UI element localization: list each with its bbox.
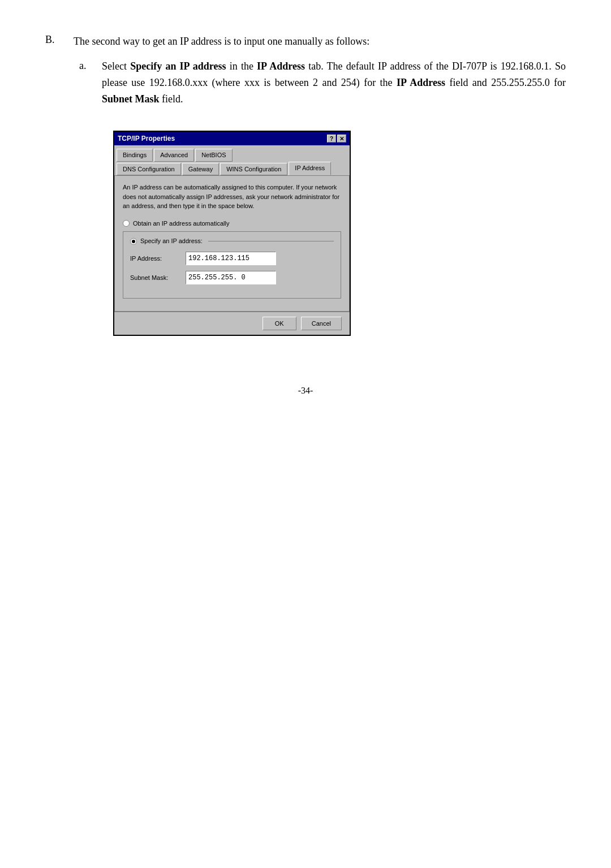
sub-list: a. Select Specify an IP address in the I…	[74, 58, 566, 352]
dialog-footer: OK Cancel	[114, 312, 350, 335]
tab-wins-configuration[interactable]: WINS Configuration	[220, 163, 287, 176]
radio-specify-text: Specify an IP address:	[140, 236, 203, 246]
sub-a-text-1: Select	[102, 61, 130, 72]
radio-auto-item[interactable]: Obtain an IP address automatically	[123, 219, 341, 228]
tabs-row1: Bindings Advanced NetBIOS	[114, 145, 350, 162]
dialog-body: An IP address can be automatically assig…	[114, 176, 350, 312]
dialog-title: TCP/IP Properties	[118, 133, 175, 144]
dialog-titlebar: TCP/IP Properties ? ✕	[114, 132, 350, 145]
item-b-text: The second way to get an IP address is t…	[74, 34, 566, 352]
page-number: -34-	[45, 386, 566, 396]
sub-a-text-4: field and 255.255.255.0 for	[445, 77, 566, 88]
radio-specify-circle	[130, 238, 137, 245]
sub-a-bold-3: IP Address	[397, 77, 445, 88]
tab-netbios[interactable]: NetBIOS	[195, 149, 232, 162]
tab-dns-configuration[interactable]: DNS Configuration	[117, 163, 181, 176]
sub-a-bold-2: IP Address	[257, 61, 305, 72]
subnet-mask-input[interactable]: 255.255.255. 0	[186, 271, 276, 284]
ip-address-label: IP Address:	[130, 254, 181, 264]
tab-ip-address[interactable]: IP Address	[289, 162, 331, 176]
dialog-description: An IP address can be automatically assig…	[123, 183, 341, 211]
item-b-content: The second way to get an IP address is t…	[74, 36, 369, 47]
titlebar-buttons: ? ✕	[327, 135, 346, 142]
sub-a-text: Select Specify an IP address in the IP A…	[102, 58, 566, 107]
subnet-mask-label: Subnet Mask:	[130, 273, 181, 283]
radio-auto-label: Obtain an IP address automatically	[133, 219, 229, 228]
sub-a-bold-1: Specify an IP address	[130, 61, 226, 72]
ok-button[interactable]: OK	[263, 317, 296, 331]
tcpip-dialog[interactable]: TCP/IP Properties ? ✕ Bindings Advanced …	[113, 131, 351, 336]
tabs-row2: DNS Configuration Gateway WINS Configura…	[114, 162, 350, 176]
ip-address-row: IP Address: 192.168.123.115	[130, 252, 334, 265]
cancel-button[interactable]: Cancel	[301, 317, 342, 331]
ip-address-input[interactable]: 192.168.123.115	[186, 252, 276, 265]
close-button[interactable]: ✕	[337, 135, 346, 142]
tab-gateway[interactable]: Gateway	[182, 163, 219, 176]
sub-a-text-2: in the	[226, 61, 257, 72]
sub-a-letter: a.	[79, 58, 93, 107]
help-button[interactable]: ?	[327, 135, 336, 142]
tab-advanced[interactable]: Advanced	[154, 149, 194, 162]
sub-item-a: a. Select Specify an IP address in the I…	[79, 58, 566, 107]
radio-group: Obtain an IP address automatically Speci…	[123, 219, 341, 299]
tab-bindings[interactable]: Bindings	[117, 149, 153, 162]
content-area: B. The second way to get an IP address i…	[45, 34, 566, 396]
specify-line	[208, 241, 334, 241]
specify-label: Specify an IP address:	[130, 236, 334, 246]
sub-a-bold-4: Subnet Mask	[102, 93, 160, 105]
dialog-container: TCP/IP Properties ? ✕ Bindings Advanced …	[113, 131, 351, 336]
list-item-b: B. The second way to get an IP address i…	[45, 34, 566, 352]
specify-group: Specify an IP address: IP Address: 192.1…	[123, 231, 341, 299]
subnet-mask-row: Subnet Mask: 255.255.255. 0	[130, 271, 334, 284]
item-b-letter: B.	[45, 34, 62, 352]
radio-auto-circle	[123, 220, 130, 227]
sub-a-text-5: field.	[160, 93, 183, 105]
